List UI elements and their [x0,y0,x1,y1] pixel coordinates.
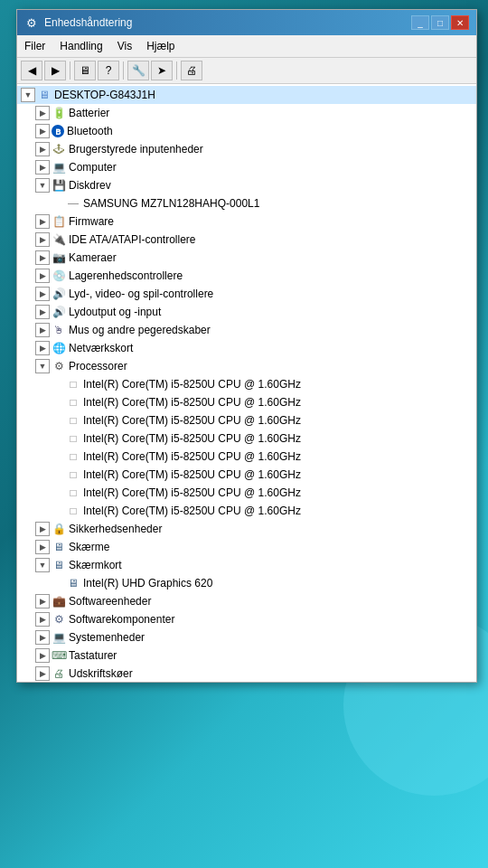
tree-row[interactable]: □Intel(R) Core(TM) i5-8250U CPU @ 1.60GH… [17,448,476,466]
node-icon: 💾 [52,178,66,193]
action-button[interactable]: ➤ [151,61,173,80]
menu-hjaelp[interactable]: Hjælp [139,37,182,55]
tree-expander[interactable] [50,467,64,482]
tree-expander[interactable] [35,124,50,138]
tree-expander[interactable] [50,413,64,428]
node-label: Lagerenhedscontrollere [69,269,183,282]
properties-button[interactable]: 🔧 [127,61,149,80]
node-label: Skærmkort [69,559,122,571]
tree-expander[interactable] [35,341,50,355]
tree-expander[interactable] [35,250,50,265]
tree-row[interactable]: 🖥Skærmkort [17,556,476,574]
node-label: Netværkskort [69,342,133,354]
tree-row[interactable]: 🖱Mus og andre pegeredskaber [17,321,476,339]
tree-row[interactable]: 💻Computer [17,158,476,176]
print-button[interactable]: 🖨 [181,61,202,80]
tree-expander[interactable] [35,269,50,283]
tree-row[interactable]: □Intel(R) Core(TM) i5-8250U CPU @ 1.60GH… [17,502,476,520]
tree-expander[interactable] [35,612,50,627]
toolbar: ◀ ▶ 🖥 ? 🔧 ➤ 🖨 [17,58,476,84]
tree-row[interactable]: 🕹Brugerstyrede inputenheder [17,140,476,158]
tree-row[interactable]: 🔒Sikkerhedsenheder [17,520,476,538]
forward-button[interactable]: ▶ [44,61,66,80]
tree-expander[interactable] [35,214,50,229]
tree-expander[interactable] [50,449,64,464]
tree-expander[interactable] [35,323,50,337]
tree-row[interactable]: ⌨Tastaturer [17,646,476,665]
node-label: Processorer [69,360,127,373]
tree-expander[interactable] [35,522,50,536]
node-icon: ⚙ [52,612,66,627]
node-icon: 🖥 [66,576,80,590]
tree-row[interactable]: □Intel(R) Core(TM) i5-8250U CPU @ 1.60GH… [17,484,476,502]
tree-expander[interactable] [35,594,50,609]
tree-row[interactable]: 💿Lagerenhedscontrollere [17,267,476,285]
menu-bar: Filer Handling Vis Hjælp [17,35,476,58]
node-icon: 🖱 [52,323,66,337]
tree-row[interactable]: 🔊Lydoutput og -input [17,303,476,321]
tree-row[interactable]: 💼Softwareenheder [17,592,476,610]
tree-row[interactable]: 🔌IDE ATA/ATAPI-controllere [17,231,476,249]
tree-row[interactable]: □Intel(R) Core(TM) i5-8250U CPU @ 1.60GH… [17,466,476,484]
help-button[interactable]: ? [98,61,119,80]
tree-expander[interactable] [35,558,50,572]
tree-expander[interactable] [35,305,50,319]
tree-expander[interactable] [35,142,50,156]
tree-row[interactable]: ⚙Softwarekomponenter [17,610,476,628]
tree-items-container: 🔋BatterierʙBluetooth🕹Brugerstyrede input… [17,104,476,682]
maximize-button[interactable]: □ [431,15,449,30]
node-icon: 🌐 [52,341,66,355]
tree-expander[interactable] [50,377,64,392]
node-icon: ⚙ [52,359,66,373]
tree-expander[interactable] [50,504,64,518]
node-label: Udskriftskøer [69,667,133,680]
tree-expander[interactable] [35,359,50,373]
menu-vis[interactable]: Vis [110,37,139,55]
tree-row[interactable]: 💻Systemenheder [17,628,476,646]
tree-row[interactable]: 🖨Udskriftskøer [17,665,476,682]
title-bar: ⚙ Enhedshåndtering _ □ ✕ [17,10,476,35]
tree-expander[interactable] [35,232,50,247]
tree-row[interactable]: □Intel(R) Core(TM) i5-8250U CPU @ 1.60GH… [17,429,476,448]
node-icon: □ [66,395,80,410]
tree-row[interactable]: 📷Kameraer [17,249,476,267]
tree-row[interactable]: ⚙Processorer [17,357,476,375]
tree-row[interactable]: 🖥Intel(R) UHD Graphics 620 [17,574,476,592]
node-icon: □ [66,467,80,482]
close-button[interactable]: ✕ [451,15,469,30]
tree-root[interactable]: 🖥 DESKTOP-G843J1H [17,86,476,104]
computer-button[interactable]: 🖥 [74,61,96,80]
tree-expander[interactable] [50,431,64,446]
tree-row[interactable]: 🌐Netværkskort [17,339,476,357]
tree-row[interactable]: □Intel(R) Core(TM) i5-8250U CPU @ 1.60GH… [17,411,476,429]
tree-expander[interactable] [50,196,64,211]
tree-expander[interactable] [35,666,50,681]
node-icon: 🔊 [52,305,66,319]
tree-row[interactable]: 🖥Skærme [17,538,476,556]
device-tree[interactable]: 🖥 DESKTOP-G843J1H 🔋BatterierʙBluetooth🕹B… [17,84,476,682]
tree-row[interactable]: 💾Diskdrev [17,176,476,194]
menu-handling[interactable]: Handling [52,37,109,55]
tree-expander[interactable] [50,395,64,410]
back-button[interactable]: ◀ [21,61,42,80]
tree-row[interactable]: □Intel(R) Core(TM) i5-8250U CPU @ 1.60GH… [17,375,476,393]
tree-expander[interactable] [35,540,50,554]
tree-row[interactable]: 📋Firmware [17,212,476,231]
tree-expander[interactable] [35,160,50,175]
tree-expander[interactable] [35,630,50,645]
node-label: Intel(R) Core(TM) i5-8250U CPU @ 1.60GHz [83,505,301,517]
tree-expander[interactable] [50,486,64,500]
tree-expander[interactable] [35,106,50,120]
tree-row[interactable]: 🔋Batterier [17,104,476,122]
tree-row[interactable]: 🔊Lyd-, video- og spil-controllere [17,285,476,303]
root-expander[interactable] [21,88,35,102]
tree-expander[interactable] [35,178,50,193]
tree-expander[interactable] [35,648,50,663]
tree-row[interactable]: □Intel(R) Core(TM) i5-8250U CPU @ 1.60GH… [17,393,476,411]
minimize-button[interactable]: _ [411,15,429,30]
menu-filer[interactable]: Filer [17,37,52,55]
tree-expander[interactable] [50,576,64,590]
tree-row[interactable]: ʙBluetooth [17,122,476,140]
tree-row[interactable]: —SAMSUNG MZ7LN128HAHQ-000L1 [17,194,476,212]
tree-expander[interactable] [35,287,50,301]
